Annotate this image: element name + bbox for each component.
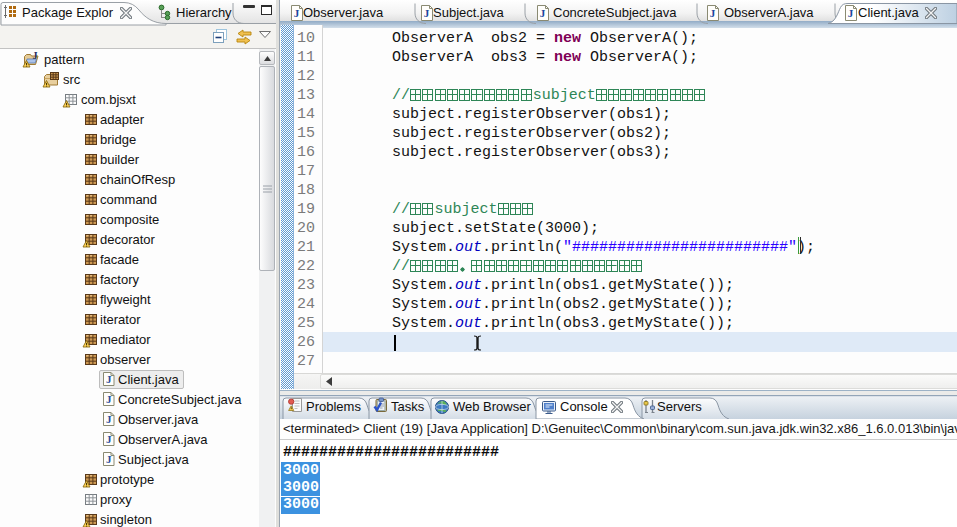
svg-text:J: J [106,393,112,405]
svg-text:J: J [106,413,112,425]
svg-text:J: J [106,453,112,465]
svg-text:J: J [33,51,38,61]
svg-text:J: J [106,373,112,385]
svg-text:J: J [106,433,112,445]
